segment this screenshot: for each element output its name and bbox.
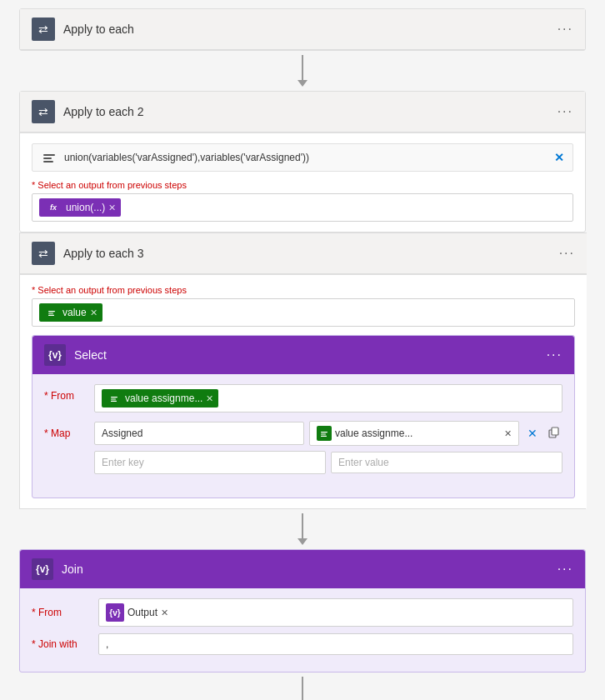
apply-each-3-title: Apply to each 3 xyxy=(63,247,551,260)
map-value-1-icon xyxy=(317,426,332,441)
expression-text: union(variables('varAssigned'),variables… xyxy=(64,152,548,163)
select-from-tag-input[interactable]: value assignme... ✕ xyxy=(94,384,562,412)
map-row-2: Enter key Enter value xyxy=(94,451,562,474)
apply-each-3-tag-close[interactable]: ✕ xyxy=(90,308,98,318)
map-row-1: Assigned value assignme... ✕ xyxy=(94,421,562,446)
select-card-body: * From value assignme... ✕ xyxy=(32,374,574,498)
svg-rect-13 xyxy=(552,428,558,435)
apply-each-3-card: ⇄ Apply to each 3 ··· * Select an output… xyxy=(20,232,587,508)
svg-rect-4 xyxy=(48,312,53,313)
join-action-card: {v} Join ··· * From {v} Output ✕ * Join … xyxy=(19,549,586,672)
select-from-tag: value assignme... ✕ xyxy=(102,389,218,408)
svg-rect-5 xyxy=(48,315,54,316)
svg-rect-7 xyxy=(111,398,116,399)
apply-each-2-more[interactable]: ··· xyxy=(558,104,573,119)
svg-rect-11 xyxy=(321,436,327,437)
apply-each-3-wrapper: ⇄ Apply to each 3 ··· * Select an output… xyxy=(19,232,586,509)
select-action-card: {v} Select ··· * From xyxy=(32,335,575,498)
select-from-label: * From xyxy=(44,384,86,402)
arrow-line-1 xyxy=(302,55,303,80)
apply-each-2-header: ⇄ Apply to each 2 ··· xyxy=(20,92,585,132)
loop-3-icon: ⇄ xyxy=(38,247,48,260)
join-card-header: {v} Join ··· xyxy=(20,550,585,588)
map-key-2[interactable]: Enter key xyxy=(94,451,326,474)
map-value-1-close[interactable]: ✕ xyxy=(504,428,512,439)
arrow-head-2 xyxy=(298,538,308,545)
apply-each-1-title: Apply to each xyxy=(63,22,549,36)
apply-each-3-tag-label: value xyxy=(62,307,87,318)
map-value-1-label: value assignme... xyxy=(335,428,412,439)
apply-each-3-more[interactable]: ··· xyxy=(559,246,575,261)
map-value-2-placeholder: Enter value xyxy=(338,457,389,468)
apply-each-3-header: ⇄ Apply to each 3 ··· xyxy=(20,232,587,274)
map-value-2[interactable]: Enter value xyxy=(331,452,562,473)
apply-each-2-card: ⇄ Apply to each 2 ··· union(variables('v… xyxy=(19,91,586,232)
apply-each-2-output-label: * Select an output from previous steps xyxy=(32,180,573,190)
arrow-connector-2 xyxy=(298,509,308,549)
join-from-tag-close[interactable]: ✕ xyxy=(161,608,168,618)
join-with-label: * Join with xyxy=(32,638,90,650)
arrow-connector-1 xyxy=(298,51,308,91)
apply-each-2-icon: ⇄ xyxy=(32,100,55,123)
apply-each-2-tag-close[interactable]: ✕ xyxy=(108,202,116,213)
arrow-line-2 xyxy=(302,513,303,538)
select-map-row: * Map Assigned xyxy=(44,421,562,479)
arrow-line-3 xyxy=(302,677,303,700)
svg-rect-1 xyxy=(43,158,52,159)
apply-each-3-icon: ⇄ xyxy=(32,242,55,265)
svg-rect-2 xyxy=(43,161,53,162)
join-header-icon: {v} xyxy=(32,558,53,580)
join-card-title: Join xyxy=(62,562,549,576)
join-from-input[interactable]: {v} Output ✕ xyxy=(98,598,573,627)
join-header-icon-symbol: {v} xyxy=(36,563,49,575)
expression-icon xyxy=(41,149,58,166)
select-map-inputs: Assigned value assignme... ✕ xyxy=(94,421,562,479)
join-card-more[interactable]: ··· xyxy=(558,562,573,577)
select-from-row: * From value assignme... ✕ xyxy=(44,384,562,412)
svg-rect-3 xyxy=(48,311,55,312)
map-copy-1[interactable] xyxy=(546,427,562,441)
loop-2-icon: ⇄ xyxy=(38,105,48,118)
map-key-2-placeholder: Enter key xyxy=(102,457,144,468)
apply-each-2-tag: fx union(...) ✕ xyxy=(39,198,121,217)
select-card-header: {v} Select ··· xyxy=(32,336,574,374)
select-map-label: * Map xyxy=(44,421,86,439)
svg-rect-8 xyxy=(111,401,117,402)
svg-rect-9 xyxy=(321,432,328,432)
map-key-1[interactable]: Assigned xyxy=(94,422,304,445)
join-from-label: * From xyxy=(32,607,90,618)
join-from-row: * From {v} Output ✕ xyxy=(32,598,573,627)
apply-each-3-body: * Select an output from previous steps v… xyxy=(20,274,587,508)
expression-row: union(variables('varAssigned'),variables… xyxy=(32,143,573,172)
map-delete-1[interactable]: ✕ xyxy=(524,427,541,440)
select-from-tag-close[interactable]: ✕ xyxy=(206,393,213,404)
apply-each-2-tag-label: union(...) xyxy=(66,202,105,213)
select-from-tag-icon xyxy=(107,391,122,406)
join-card-body: * From {v} Output ✕ * Join with , xyxy=(20,588,585,672)
join-with-row: * Join with , xyxy=(32,633,573,655)
apply-each-3-tag: value ✕ xyxy=(39,303,102,322)
apply-each-2-title: Apply to each 2 xyxy=(63,105,549,118)
fx-tag-icon: fx xyxy=(44,200,62,215)
arrow-connector-3 xyxy=(298,672,308,700)
apply-each-1-card: ⇄ Apply to each ··· xyxy=(19,8,586,51)
apply-each-2-tag-input[interactable]: fx union(...) ✕ xyxy=(32,193,573,222)
apply-each-1-icon: ⇄ xyxy=(32,18,55,41)
join-from-tag-label: Output xyxy=(128,607,158,618)
join-from-tag-icon-symbol: {v} xyxy=(109,608,120,618)
loop-icon: ⇄ xyxy=(38,22,48,36)
apply-each-3-tag-input[interactable]: value ✕ xyxy=(32,298,575,327)
join-with-input[interactable]: , xyxy=(98,633,573,655)
arrow-head-1 xyxy=(298,80,308,87)
apply-each-1-more[interactable]: ··· xyxy=(558,22,573,37)
svg-rect-10 xyxy=(321,433,326,434)
select-header-icon-symbol: {v} xyxy=(48,349,62,361)
select-card-title: Select xyxy=(74,348,538,362)
expression-close[interactable]: ✕ xyxy=(554,151,564,164)
map-value-1[interactable]: value assignme... ✕ xyxy=(309,421,519,446)
select-header-icon: {v} xyxy=(44,344,66,366)
join-with-value: , xyxy=(106,638,108,650)
select-card-more[interactable]: ··· xyxy=(547,348,562,362)
select-from-input[interactable]: value assignme... ✕ xyxy=(94,384,562,412)
green-tag-icon xyxy=(44,305,59,320)
